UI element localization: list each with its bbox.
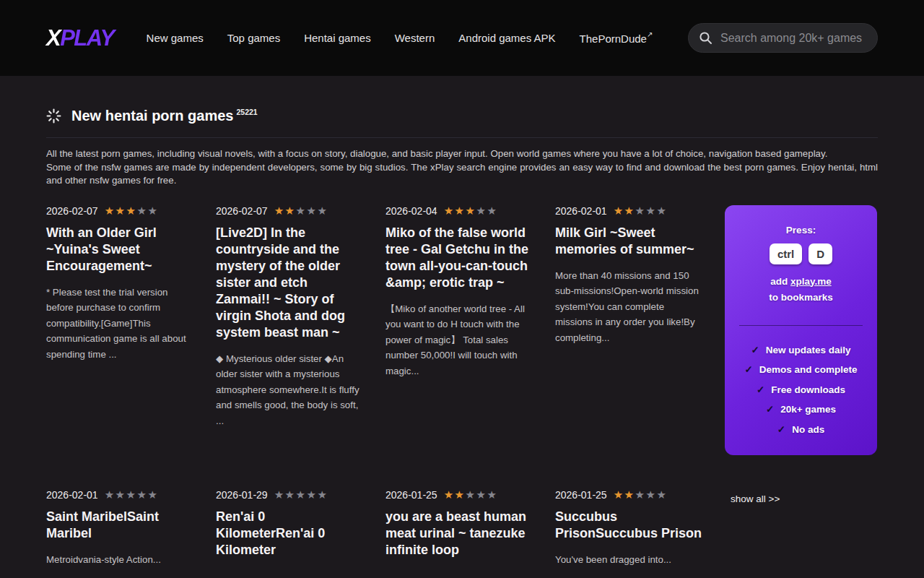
check-icon: ✓ — [757, 384, 764, 395]
nav-western[interactable]: Western — [395, 32, 435, 44]
game-title-link[interactable]: Ren'ai 0 KilometerRen'ai 0 Kilometer — [216, 509, 364, 558]
logo-x: X — [46, 25, 60, 51]
star-filled-icon: ★ — [116, 204, 126, 217]
star-filled-icon: ★ — [105, 204, 116, 217]
star-filled-icon: ★ — [624, 488, 635, 501]
game-card: 2026-02-01 ★★★★★ Milk Girl ~Sweet memori… — [555, 205, 703, 489]
game-date: 2026-02-01 — [555, 205, 607, 217]
feature-item: ✓Free downloads — [736, 384, 866, 395]
star-filled-icon: ★ — [455, 204, 466, 217]
show-all-link[interactable]: show all >> — [725, 489, 877, 569]
game-description: ◆ Mysterious older sister ◆An older sist… — [216, 351, 364, 429]
star-empty-icon: ★ — [147, 488, 158, 501]
star-filled-icon: ★ — [126, 204, 137, 217]
game-card: 2026-02-07 ★★★★★ [Live2D] In the country… — [216, 205, 364, 489]
star-empty-icon: ★ — [274, 488, 285, 501]
ctrl-key: ctrl — [770, 243, 802, 264]
logo-play: PLAY — [60, 25, 113, 51]
content: New hentai porn games25221 All the lates… — [0, 108, 924, 569]
d-key: D — [808, 243, 832, 264]
search-bar[interactable] — [688, 23, 878, 53]
feature-item: ✓Demos and complete — [736, 363, 866, 375]
star-empty-icon: ★ — [645, 204, 656, 217]
star-filled-icon: ★ — [274, 204, 285, 217]
xplay-me-link[interactable]: xplay.me — [790, 276, 832, 287]
nav-top-games[interactable]: Top games — [227, 32, 280, 44]
game-description: 【Miko of another world tree - All you wa… — [385, 301, 533, 379]
star-empty-icon: ★ — [296, 204, 307, 217]
star-empty-icon: ★ — [317, 204, 328, 217]
game-date: 2026-02-07 — [46, 205, 98, 217]
star-empty-icon: ★ — [656, 204, 667, 217]
star-filled-icon: ★ — [444, 488, 455, 501]
game-card: 2026-02-01 ★★★★★ Saint MaribelSaint Mari… — [46, 489, 194, 569]
game-card: 2026-02-04 ★★★★★ Miko of the false world… — [385, 205, 533, 489]
search-input[interactable] — [719, 31, 867, 46]
star-empty-icon: ★ — [476, 204, 487, 217]
star-empty-icon: ★ — [296, 488, 307, 501]
check-icon: ✓ — [751, 345, 759, 355]
game-date: 2026-01-29 — [216, 489, 268, 501]
page-title-row: New hentai porn games25221 — [46, 108, 878, 124]
game-title-link[interactable]: Miko of the false world tree - Gal Getch… — [385, 225, 533, 291]
bookmark-promo-card: Press: ctrl D add xplay.me to bookmarks … — [725, 205, 877, 455]
bookmark-text: add xplay.me to bookmarks — [736, 274, 866, 306]
page-title: New hentai porn games25221 — [71, 108, 258, 124]
rating-stars: ★★★★★ — [274, 489, 328, 500]
star-empty-icon: ★ — [136, 204, 147, 217]
rating-stars: ★★★★★ — [444, 489, 498, 500]
star-empty-icon: ★ — [466, 488, 476, 501]
press-label: Press: — [736, 225, 866, 236]
star-empty-icon: ★ — [487, 488, 497, 501]
top-bar: XPLAY New games Top games Hentai games W… — [0, 0, 924, 76]
games-count-badge: 25221 — [237, 108, 258, 116]
rating-stars: ★★★★★ — [614, 205, 668, 216]
star-empty-icon: ★ — [476, 488, 487, 501]
search-icon — [699, 31, 712, 45]
game-title-link[interactable]: With an Older Girl ~Yuina's Sweet Encour… — [46, 225, 194, 275]
star-empty-icon: ★ — [487, 204, 497, 217]
game-date: 2026-01-25 — [555, 489, 607, 501]
star-filled-icon: ★ — [614, 488, 624, 501]
title-divider — [46, 137, 878, 138]
feature-item: ✓No ads — [736, 423, 866, 435]
game-title-link[interactable]: Saint MaribelSaint Maribel — [46, 509, 194, 542]
star-empty-icon: ★ — [645, 488, 656, 501]
description-line-1: All the latest porn games, including vis… — [46, 147, 878, 161]
game-title-link[interactable]: Milk Girl ~Sweet memories of summer~ — [555, 225, 703, 258]
nav-new-games[interactable]: New games — [147, 32, 204, 44]
description-line-2: Some of the nsfw games are made by indep… — [46, 161, 878, 188]
promo-divider — [739, 325, 863, 326]
nav-theporndude[interactable]: ThePornDude↗ — [580, 32, 653, 45]
star-filled-icon: ★ — [466, 204, 476, 217]
rating-stars: ★★★★★ — [274, 205, 328, 216]
page-description: All the latest porn games, including vis… — [46, 147, 878, 188]
star-empty-icon: ★ — [285, 488, 296, 501]
star-filled-icon: ★ — [614, 204, 624, 217]
star-empty-icon: ★ — [116, 488, 126, 501]
external-link-icon: ↗ — [647, 30, 653, 38]
rating-stars: ★★★★★ — [105, 489, 159, 500]
game-date: 2026-02-04 — [385, 205, 437, 217]
star-empty-icon: ★ — [105, 488, 116, 501]
nav-hentai-games[interactable]: Hentai games — [304, 32, 371, 44]
game-card: 2026-01-29 ★★★★★ Ren'ai 0 KilometerRen'a… — [216, 489, 364, 569]
game-card: 2026-02-07 ★★★★★ With an Older Girl ~Yui… — [46, 205, 194, 489]
game-title-link[interactable]: [Live2D] In the countryside and the myst… — [216, 225, 364, 341]
check-icon: ✓ — [766, 404, 774, 415]
check-icon: ✓ — [744, 364, 752, 375]
xplay-logo[interactable]: XPLAY — [46, 25, 114, 51]
check-icon: ✓ — [777, 424, 785, 435]
star-empty-icon: ★ — [306, 204, 317, 217]
feature-item: ✓20k+ games — [736, 403, 866, 415]
star-filled-icon: ★ — [624, 204, 635, 217]
games-grid: 2026-02-07 ★★★★★ With an Older Girl ~Yui… — [46, 205, 878, 569]
star-empty-icon: ★ — [136, 488, 147, 501]
game-description: * Please test the trial version before p… — [46, 285, 194, 363]
game-date: 2026-02-07 — [216, 205, 268, 217]
game-title-link[interactable]: Succubus PrisonSuccubus Prison — [555, 509, 703, 542]
game-description: More than 40 missions and 150 sub-missio… — [555, 268, 703, 346]
main-nav: New games Top games Hentai games Western… — [147, 32, 653, 45]
nav-android-games-apk[interactable]: Android games APK — [458, 32, 555, 44]
game-title-link[interactable]: you are a beast human meat urinal ~ tane… — [385, 509, 533, 558]
